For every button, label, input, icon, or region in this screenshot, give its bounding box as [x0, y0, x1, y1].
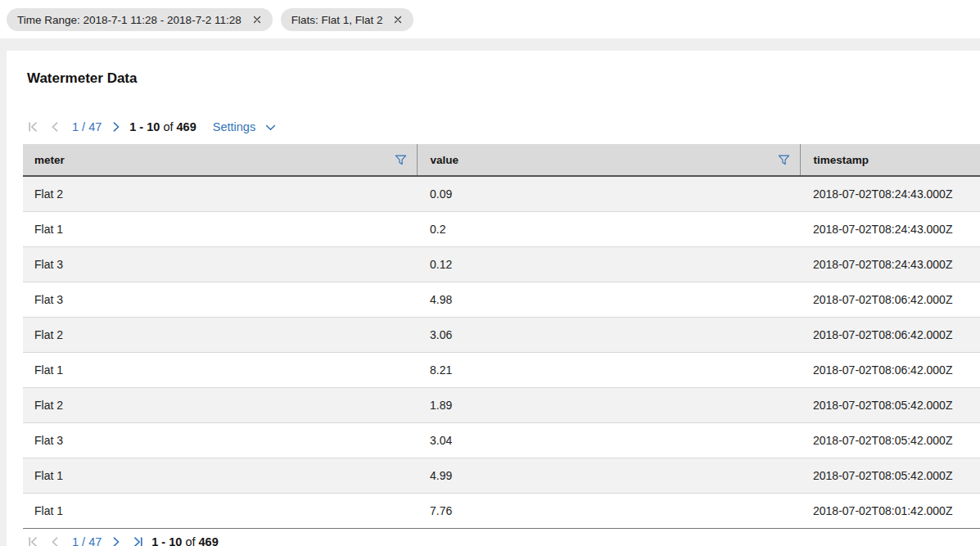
chevron-down-icon[interactable]	[264, 121, 277, 133]
cell-timestamp: 2018-07-02T08:24:43.000Z	[800, 246, 980, 282]
filter-funnel-icon[interactable]	[395, 154, 407, 166]
chip-time-range-label: Time Range: 2018-7-1 11:28 - 2018-7-2 11…	[17, 14, 242, 26]
previous-page-icon[interactable]	[48, 120, 61, 133]
previous-page-icon[interactable]	[48, 535, 61, 546]
chip-flats-label: Flats: Flat 1, Flat 2	[291, 14, 383, 26]
cell-value: 3.04	[417, 422, 800, 458]
table-header-row: meter value ti	[23, 144, 980, 176]
cell-timestamp: 2018-07-02T08:01:42.000Z	[800, 493, 980, 528]
table-row[interactable]: Flat 23.062018-07-02T08:06:42.000Z	[23, 317, 980, 352]
column-label: meter	[34, 154, 65, 166]
table-row[interactable]: Flat 33.042018-07-02T08:05:42.000Z	[23, 422, 980, 458]
filter-funnel-icon[interactable]	[778, 154, 790, 166]
first-page-icon[interactable]	[26, 120, 39, 133]
settings-link[interactable]: Settings	[213, 120, 255, 133]
cell-timestamp: 2018-07-02T08:06:42.000Z	[800, 352, 980, 387]
cell-meter: Flat 1	[23, 352, 417, 387]
column-header-timestamp[interactable]: timestamp	[800, 144, 980, 176]
pagination-bottom: 1 / 47 1 - 10 of 469	[26, 530, 219, 546]
page-indicator[interactable]: 1 / 47	[72, 535, 102, 546]
row-range-text: 1 - 10 of 469	[151, 535, 218, 546]
cell-value: 0.12	[417, 246, 800, 282]
cell-value: 4.98	[417, 282, 800, 317]
filter-chips-bar: Time Range: 2018-7-1 11:28 - 2018-7-2 11…	[0, 0, 980, 38]
cell-meter: Flat 1	[23, 211, 417, 246]
cell-meter: Flat 3	[23, 282, 417, 317]
column-header-value[interactable]: value	[417, 144, 800, 176]
cell-value: 1.89	[417, 387, 800, 422]
cell-timestamp: 2018-07-02T08:06:42.000Z	[800, 317, 980, 352]
page-indicator[interactable]: 1 / 47	[72, 120, 102, 133]
cell-timestamp: 2018-07-02T08:24:43.000Z	[800, 176, 980, 211]
chip-flats[interactable]: Flats: Flat 1, Flat 2	[281, 8, 414, 31]
table-row[interactable]: Flat 17.762018-07-02T08:01:42.000Z	[23, 493, 980, 528]
pagination-top: 1 / 47 1 - 10 of 469 Settings	[26, 115, 964, 139]
table-row[interactable]: Flat 10.22018-07-02T08:24:43.000Z	[23, 211, 980, 246]
cell-timestamp: 2018-07-02T08:06:42.000Z	[800, 282, 980, 317]
table-row[interactable]: Flat 21.892018-07-02T08:05:42.000Z	[23, 387, 980, 422]
first-page-icon[interactable]	[26, 535, 39, 546]
cell-meter: Flat 2	[23, 387, 417, 422]
watermeter-table: meter value ti	[23, 144, 980, 529]
cell-meter: Flat 3	[23, 246, 417, 282]
cell-value: 8.21	[417, 352, 800, 387]
table-row[interactable]: Flat 18.212018-07-02T08:06:42.000Z	[23, 352, 980, 387]
cell-meter: Flat 1	[23, 493, 417, 528]
table-row[interactable]: Flat 20.092018-07-02T08:24:43.000Z	[23, 176, 980, 211]
cell-meter: Flat 3	[23, 422, 417, 458]
column-header-meter[interactable]: meter	[23, 144, 417, 176]
cell-meter: Flat 1	[23, 458, 417, 493]
chip-time-range[interactable]: Time Range: 2018-7-1 11:28 - 2018-7-2 11…	[7, 8, 273, 31]
column-label: value	[431, 154, 459, 166]
watermeter-panel: Watermeter Data 1 / 47 1 - 10 of 469 Set…	[7, 51, 980, 546]
range-value: 1 - 10	[129, 120, 160, 133]
cell-value: 7.76	[417, 493, 800, 528]
range-value: 1 - 10	[151, 535, 182, 546]
last-page-icon[interactable]	[132, 535, 145, 546]
cell-value: 0.09	[417, 176, 800, 211]
column-label: timestamp	[814, 154, 869, 166]
row-range-text: 1 - 10 of 469	[129, 120, 196, 133]
of-label: of	[163, 120, 173, 133]
of-label: of	[185, 535, 195, 546]
cell-value: 3.06	[417, 317, 800, 352]
total-count: 469	[177, 120, 196, 133]
close-icon[interactable]	[393, 15, 403, 25]
next-page-icon[interactable]	[110, 120, 123, 133]
table-row[interactable]: Flat 14.992018-07-02T08:05:42.000Z	[23, 458, 980, 493]
table-row[interactable]: Flat 34.982018-07-02T08:06:42.000Z	[23, 282, 980, 317]
cell-meter: Flat 2	[23, 176, 417, 211]
cell-meter: Flat 2	[23, 317, 417, 352]
total-count: 469	[199, 535, 219, 546]
cell-value: 4.99	[417, 458, 800, 493]
table-body: Flat 20.092018-07-02T08:24:43.000ZFlat 1…	[23, 176, 980, 528]
page-title: Watermeter Data	[27, 70, 137, 87]
cell-timestamp: 2018-07-02T08:05:42.000Z	[800, 458, 980, 493]
table-row[interactable]: Flat 30.122018-07-02T08:24:43.000Z	[23, 246, 980, 282]
cell-timestamp: 2018-07-02T08:05:42.000Z	[800, 387, 980, 422]
close-icon[interactable]	[252, 15, 262, 25]
cell-timestamp: 2018-07-02T08:05:42.000Z	[800, 422, 980, 458]
cell-timestamp: 2018-07-02T08:24:43.000Z	[800, 211, 980, 246]
cell-value: 0.2	[417, 211, 800, 246]
next-page-icon[interactable]	[110, 535, 123, 546]
